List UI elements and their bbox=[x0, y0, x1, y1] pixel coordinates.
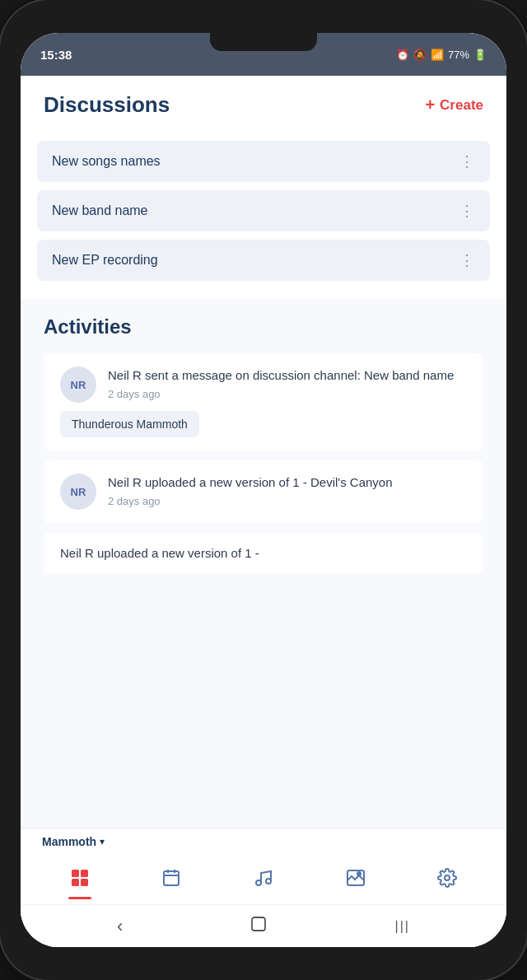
battery-icon: 🔋 bbox=[473, 49, 487, 61]
activity-time-2: 2 days ago bbox=[108, 495, 467, 507]
music-icon bbox=[254, 868, 273, 893]
plus-icon: + bbox=[425, 96, 435, 114]
discussion-item-2[interactable]: New band name ⋮ bbox=[37, 190, 490, 231]
svg-rect-0 bbox=[72, 870, 79, 877]
discussion-item-3-label: New EP recording bbox=[52, 253, 158, 268]
activity-item-2[interactable]: NR Neil R uploaded a new version of 1 - … bbox=[44, 460, 483, 523]
activity-message-2: Neil R uploaded a new version of 1 - Dev… bbox=[108, 474, 467, 492]
svg-rect-11 bbox=[252, 917, 265, 931]
content-area: Discussions + Create New songs names ⋮ N… bbox=[21, 76, 506, 947]
back-button[interactable]: ‹ bbox=[117, 916, 123, 937]
home-grid-icon bbox=[70, 868, 90, 893]
discussion-item-1[interactable]: New songs names ⋮ bbox=[37, 141, 490, 182]
nav-item-calendar[interactable] bbox=[148, 863, 194, 898]
create-label: Create bbox=[440, 97, 483, 114]
status-time: 15:38 bbox=[40, 48, 72, 62]
avatar-nr-1: NR bbox=[60, 366, 96, 403]
svg-point-9 bbox=[357, 872, 361, 875]
svg-rect-1 bbox=[81, 870, 88, 877]
discussion-item-3-more[interactable]: ⋮ bbox=[459, 253, 475, 268]
nav-item-music[interactable] bbox=[240, 863, 287, 898]
activity-time-1: 2 days ago bbox=[108, 388, 467, 400]
nav-tabs bbox=[21, 855, 506, 905]
discussions-section: New songs names ⋮ New band name ⋮ New EP… bbox=[21, 131, 506, 299]
discussion-item-2-more[interactable]: ⋮ bbox=[459, 203, 475, 218]
page-header: Discussions + Create bbox=[21, 76, 506, 131]
create-button[interactable]: + Create bbox=[425, 96, 483, 114]
discussion-item-1-label: New songs names bbox=[52, 154, 161, 169]
svg-rect-4 bbox=[164, 871, 179, 885]
mute-icon: 🔕 bbox=[413, 49, 427, 61]
status-bar: 15:38 ⏰ 🔕 📶 77% 🔋 bbox=[21, 33, 506, 76]
status-icons: ⏰ 🔕 📶 77% 🔋 bbox=[396, 49, 487, 61]
recents-button[interactable]: ||| bbox=[394, 919, 409, 934]
nav-item-gallery[interactable] bbox=[333, 863, 379, 898]
activity-message-1: Neil R sent a message on discussion chan… bbox=[108, 366, 467, 385]
discussion-item-2-label: New band name bbox=[52, 203, 148, 218]
svg-point-10 bbox=[445, 875, 450, 880]
bottom-nav: Mammoth ▾ bbox=[21, 828, 506, 947]
battery-level: 77% bbox=[448, 49, 469, 61]
chevron-down-icon: ▾ bbox=[100, 836, 105, 847]
wifi-icon: 📶 bbox=[431, 49, 444, 61]
settings-icon bbox=[437, 868, 457, 893]
svg-rect-2 bbox=[72, 879, 79, 886]
discussion-item-3[interactable]: New EP recording ⋮ bbox=[37, 240, 490, 281]
activity-item-3-partial: Neil R uploaded a new version of 1 - bbox=[44, 533, 483, 573]
discussion-item-1-more[interactable]: ⋮ bbox=[459, 154, 475, 169]
activities-section: Activities NR Neil R sent a message on d… bbox=[21, 299, 506, 573]
band-name: Mammoth bbox=[42, 835, 96, 848]
page-title: Discussions bbox=[44, 92, 170, 118]
nav-item-home[interactable] bbox=[57, 863, 103, 898]
calendar-icon bbox=[161, 868, 181, 893]
activity-item-1[interactable]: NR Neil R sent a message on discussion c… bbox=[44, 353, 483, 450]
activity-tag-1: Thunderous Mammoth bbox=[60, 411, 199, 437]
band-selector[interactable]: Mammoth ▾ bbox=[29, 828, 118, 855]
activity-content-1: Neil R sent a message on discussion chan… bbox=[108, 366, 467, 400]
activities-title: Activities bbox=[44, 315, 483, 338]
home-button[interactable] bbox=[250, 915, 268, 937]
activity-message-3-partial: Neil R uploaded a new version of 1 - bbox=[60, 546, 467, 560]
system-nav: ‹ ||| bbox=[21, 905, 506, 947]
nav-item-settings[interactable] bbox=[424, 863, 470, 898]
svg-rect-3 bbox=[81, 879, 88, 886]
avatar-nr-2: NR bbox=[60, 474, 96, 510]
activity-content-2: Neil R uploaded a new version of 1 - Dev… bbox=[108, 474, 467, 507]
alarm-icon: ⏰ bbox=[396, 49, 409, 61]
gallery-icon bbox=[346, 868, 366, 893]
